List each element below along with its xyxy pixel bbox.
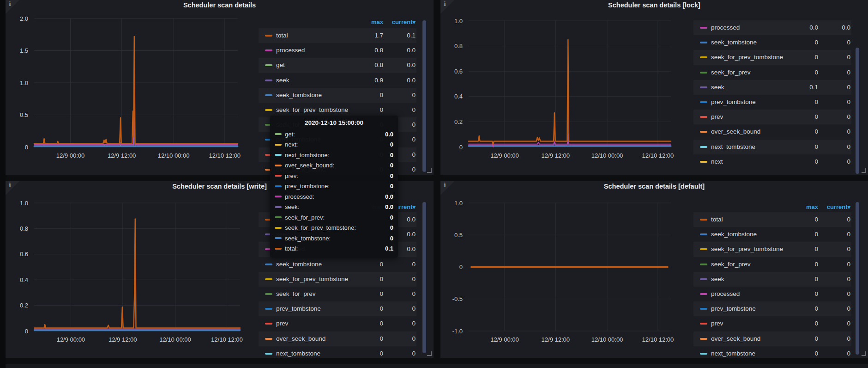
legend-row[interactable]: seek_tombstone00 [693, 35, 851, 50]
y-axis-tick-label: 0 [25, 144, 28, 151]
panel-resize-handle[interactable] [427, 351, 432, 356]
y-axis-tick-label: 0 [25, 328, 28, 335]
legend-row[interactable]: seek_tombstone00 [259, 257, 416, 272]
legend-row[interactable]: prev00 [693, 316, 851, 331]
series-name[interactable]: total [276, 28, 288, 43]
legend-row[interactable]: total1.70.1 [259, 28, 416, 43]
series-name[interactable]: next [711, 154, 723, 169]
series-color-dash-icon [265, 109, 272, 111]
series-name[interactable]: seek [711, 272, 724, 287]
y-axis-tick-label: 0.4 [454, 93, 463, 100]
series-name[interactable]: prev [711, 110, 723, 124]
x-axis-tick-label: 12/9 12:00 [542, 152, 570, 159]
y-axis-tick-label: 0.6 [454, 68, 463, 75]
series-name[interactable]: seek_tombstone [711, 227, 757, 242]
series-current-value: 0 [366, 287, 416, 301]
series-name[interactable]: prev_tombstone [276, 301, 321, 316]
legend-row[interactable]: processed0.80.0 [259, 43, 416, 58]
legend-sort-current[interactable]: current▾ [801, 202, 850, 213]
series-current-value: 0.0 [366, 73, 416, 88]
legend-row[interactable]: prev00 [259, 316, 416, 331]
series-current-value: 0 [366, 316, 416, 331]
legend-row[interactable]: seek_tombstone00 [693, 227, 851, 242]
tooltip-series-name: seek_for_prev_tombstone: [285, 224, 356, 231]
legend-row[interactable]: next_tombstone00 [693, 140, 851, 154]
series-name[interactable]: processed [711, 287, 740, 301]
legend-row[interactable]: over_seek_bound00 [259, 331, 416, 346]
series-name[interactable]: next_tombstone [711, 346, 755, 358]
legend-scrollbar[interactable] [422, 20, 426, 172]
legend-row[interactable]: get0.80.0 [259, 58, 416, 73]
legend-row[interactable]: seek0.10 [693, 80, 851, 95]
legend-row[interactable]: seek00 [693, 272, 851, 287]
series-name[interactable]: prev [711, 316, 723, 331]
series-name[interactable]: seek_for_prev [711, 65, 751, 80]
series-name[interactable]: prev_tombstone [711, 301, 756, 316]
series-name[interactable]: prev_tombstone [711, 95, 756, 110]
legend-row[interactable]: over_seek_bound00 [693, 331, 851, 346]
panel-resize-handle[interactable] [427, 168, 432, 173]
panel-resize-handle[interactable] [862, 351, 866, 356]
y-axis-tick-label: 0.8 [454, 43, 463, 49]
legend-row[interactable]: total00 [693, 212, 851, 227]
series-current-value: 0.0 [366, 43, 416, 58]
series-name[interactable]: seek_for_prev [276, 287, 316, 301]
series-name[interactable]: seek_for_prev [711, 257, 751, 272]
panel-title[interactable]: Scheduler scan details [default] [440, 183, 868, 190]
series-name[interactable]: seek_tombstone [276, 257, 322, 272]
series-name[interactable]: seek_tombstone [711, 35, 757, 50]
legend-row[interactable]: next_tombstone00 [259, 346, 416, 358]
legend-row[interactable]: prev_tombstone00 [693, 95, 851, 110]
legend-row[interactable]: next_tombstone00 [693, 346, 851, 358]
legend-row[interactable]: processed0.00.0 [693, 20, 851, 35]
series-name[interactable]: over_seek_bound [711, 331, 760, 346]
series-name[interactable]: seek_tombstone [276, 88, 322, 103]
legend-row[interactable]: prev_tombstone00 [693, 301, 851, 316]
panel-resize-handle[interactable] [862, 168, 866, 173]
series-color-dash-icon [700, 308, 707, 310]
x-axis-tick-label: 12/10 12:00 [209, 152, 241, 159]
series-color-dash-icon [265, 293, 272, 295]
series-name[interactable]: get [276, 58, 285, 73]
legend-row[interactable]: seek0.90.0 [259, 73, 416, 88]
tooltip-series-value: 0 [390, 162, 393, 169]
series-name[interactable]: processed [276, 43, 305, 58]
legend-scrollbar[interactable] [856, 202, 859, 355]
legend-row[interactable]: prev_tombstone00 [259, 301, 416, 316]
legend-scrollbar[interactable] [856, 48, 859, 174]
legend-row[interactable]: seek_for_prev_tombstone00 [693, 50, 851, 65]
legend-row[interactable]: seek_for_prev00 [259, 287, 416, 301]
tooltip-series-row: seek_for_prev:0 [275, 212, 393, 223]
panel-title[interactable]: Scheduler scan details [6, 1, 434, 9]
series-color-dash-icon [700, 219, 707, 221]
series-name[interactable]: prev [276, 316, 288, 331]
series-name[interactable]: next_tombstone [711, 140, 755, 154]
series-name[interactable]: over_seek_bound [711, 124, 760, 139]
legend-row[interactable]: seek_for_prev_tombstone00 [693, 242, 851, 257]
legend-row[interactable]: seek_for_prev00 [693, 257, 851, 272]
tooltip-series-row: processed:0.0 [275, 191, 393, 202]
legend-row[interactable]: seek_for_prev00 [693, 65, 851, 80]
legend-row[interactable]: prev00 [693, 110, 851, 124]
legend-row[interactable]: processed00 [693, 287, 851, 301]
series-name[interactable]: over_seek_bound [276, 331, 326, 346]
legend-scrollbar[interactable] [422, 202, 426, 353]
series-name[interactable]: total [711, 212, 723, 227]
legend-row[interactable]: over_seek_bound00 [693, 124, 851, 139]
series-name[interactable]: seek [276, 73, 289, 88]
legend-row[interactable]: seek_tombstone00 [259, 88, 416, 103]
series-name[interactable]: next_tombstone [276, 346, 320, 358]
series-current-value: 0 [801, 287, 850, 301]
x-axis-tick-label: 12/10 12:00 [642, 152, 674, 159]
series-name[interactable]: seek [711, 80, 724, 95]
legend-row[interactable]: seek_for_prev_tombstone00 [259, 272, 416, 287]
series-color-dash-icon [265, 338, 272, 340]
x-axis-tick-label: 12/9 00:00 [57, 336, 85, 343]
legend-sort-current[interactable]: current▾ [366, 17, 416, 28]
series-name[interactable]: processed [711, 20, 740, 35]
legend-row[interactable]: next00 [693, 154, 851, 169]
series-current-value: 0 [801, 50, 850, 65]
series-color-dash-icon [700, 101, 707, 103]
tooltip-series-row: over_seek_bound:0 [275, 160, 393, 171]
series-color-dash-icon [700, 293, 707, 295]
